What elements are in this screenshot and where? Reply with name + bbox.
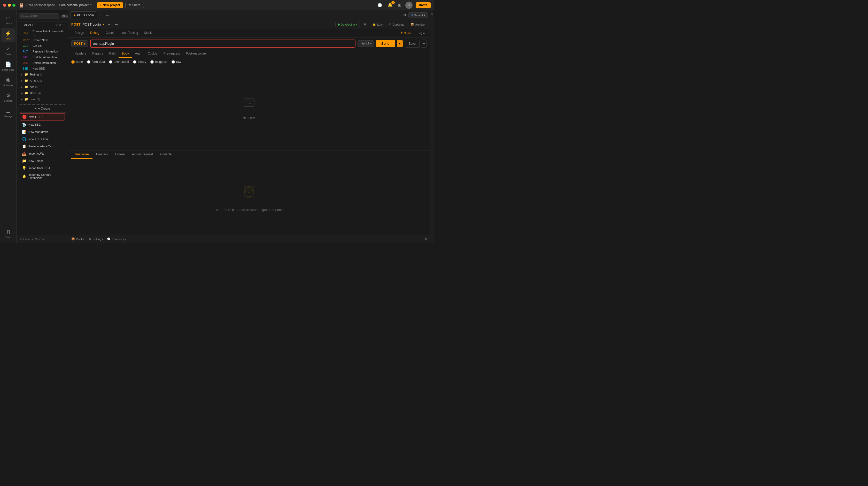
clock-icon[interactable]: 🕐	[376, 2, 383, 8]
sidebar-item-trash[interactable]: 🗑 Trash	[1, 226, 16, 241]
body-tab-auth[interactable]: Auth	[132, 50, 145, 58]
sidebar-item-schemas[interactable]: ◉ Schemas	[1, 75, 16, 89]
nav-item-pat-update[interactable]: PAT Update Information	[17, 54, 68, 60]
radio-none[interactable]: none	[71, 60, 83, 64]
tab-post-login[interactable]: POST Login	[70, 11, 97, 19]
invite-button[interactable]: Invite	[416, 2, 431, 8]
radio-binary[interactable]: binary	[133, 60, 146, 64]
new-sse-menu-item[interactable]: 📡 New SSE	[19, 121, 66, 128]
nav-item-sse[interactable]: SSE New SSE	[17, 66, 68, 72]
cookie-link[interactable]: 🍪 Cookie	[71, 237, 85, 241]
new-folder-menu-item[interactable]: 📁 New Folder	[19, 157, 66, 164]
new-tab-button[interactable]: +	[98, 13, 103, 18]
archive-button[interactable]: 📦 Archive	[408, 22, 427, 27]
nav-item-put-replace[interactable]: PUT Replace Information	[17, 49, 68, 54]
sidebar-item-history[interactable]: ↩ History	[1, 12, 16, 27]
new-project-button[interactable]: + New project	[97, 2, 123, 8]
avatar[interactable]: C	[405, 2, 412, 9]
new-http-menu-item[interactable]: 🔴 New HTTP	[20, 113, 65, 120]
radio-form-data[interactable]: form-data	[87, 60, 105, 64]
nav-item-del-delete[interactable]: DEL Delete Information	[17, 60, 68, 66]
subtab-debug[interactable]: Debug	[87, 29, 102, 37]
split-view-button[interactable]: ⊟	[362, 22, 368, 27]
filter-pill[interactable]: All ▾	[60, 15, 68, 18]
body-tab-params[interactable]: Params	[89, 50, 106, 58]
sidebar-item-tests[interactable]: ✓ Tests	[1, 44, 16, 58]
new-tcp-menu-item[interactable]: 🌐 New TCP Client	[19, 136, 66, 143]
nav-item-get-list[interactable]: GET Get List	[17, 43, 68, 49]
response-tab-headers[interactable]: Headers	[92, 150, 111, 159]
folder-apis[interactable]: ▶ 📁 APIs (10)	[17, 78, 68, 84]
folder-user[interactable]: ▶ 📁 user (7)	[17, 96, 68, 103]
maximize-button[interactable]	[12, 4, 16, 7]
folder-testing[interactable]: ▶ 📁 Testing (2)	[17, 72, 68, 78]
response-tab-response[interactable]: Response	[71, 150, 92, 159]
nav-item-post-creates[interactable]: POST Creates list of users with ...	[17, 28, 68, 37]
expand-button[interactable]: ⊞	[425, 237, 427, 241]
body-tab-pre-request[interactable]: Pre-request	[160, 50, 183, 58]
search-input[interactable]	[19, 13, 59, 19]
radio-urlencoded[interactable]: urlencoded	[109, 60, 129, 64]
url-input[interactable]	[91, 40, 355, 47]
subtab-cases[interactable]: Cases	[102, 29, 118, 37]
create-button[interactable]: + + Create	[19, 105, 66, 113]
settings-tab-button[interactable]: ⚙	[402, 13, 407, 18]
share-header-button[interactable]: ⬆ Share	[125, 2, 144, 8]
all-api-section[interactable]: ⊞ All API ⚙ ↺ ⋯	[17, 22, 68, 28]
response-tab-console[interactable]: Console	[157, 150, 175, 159]
community-link[interactable]: 💬 Community	[107, 237, 126, 241]
env-selector[interactable]: Developing ▾	[335, 22, 360, 27]
body-tab-path[interactable]: Path	[106, 50, 119, 58]
sidebar-item-manage[interactable]: ☰ Manage	[1, 106, 16, 120]
close-button[interactable]	[3, 4, 6, 7]
sidebar-item-apis[interactable]: ⚡ APIs	[1, 28, 16, 42]
more-options-button[interactable]: •••	[114, 23, 119, 26]
duplicate-button[interactable]: ⧉ Duplicate	[387, 22, 406, 27]
response-tab-actual-request[interactable]: Actual Request	[128, 150, 157, 159]
send-dropdown-button[interactable]: ▾	[397, 40, 403, 47]
sidebar-item-share-docs[interactable]: 📄 Share Docs	[1, 59, 16, 74]
tab-nav-forward-button[interactable]: ›	[400, 13, 401, 17]
notification-bell-button[interactable]: 🔔 3	[386, 2, 394, 8]
default-badge[interactable]: D Default ▾	[408, 12, 428, 18]
share-button[interactable]: ⬆ Share	[399, 31, 413, 36]
import-curl-menu-item[interactable]: 📥 Import cURL	[19, 150, 66, 157]
sidebar-item-settings[interactable]: ⚙ Settings	[1, 90, 16, 105]
lock-button[interactable]: 🔒 Lock	[370, 22, 385, 27]
import-chrome-menu-item[interactable]: 🌟 Import by Chrome Extensions	[19, 172, 66, 181]
subtab-design[interactable]: Design	[71, 29, 87, 37]
minimize-button[interactable]	[8, 4, 11, 7]
more-tabs-button[interactable]: •••	[105, 13, 111, 17]
save-button[interactable]: Save	[405, 40, 420, 48]
nav-item-post-create-new[interactable]: POST Create New	[17, 37, 68, 43]
chevron-down-icon[interactable]: ▾	[90, 3, 92, 7]
radio-raw[interactable]: raw	[172, 60, 181, 64]
section-action-more[interactable]: ⋯	[62, 23, 65, 27]
body-tab-headers[interactable]: Headers	[71, 50, 89, 58]
project-name[interactable]: Cora personal project	[59, 3, 89, 7]
save-dropdown-button[interactable]: ▾	[422, 39, 427, 48]
protocol-select[interactable]: http/1.1 ▾	[358, 40, 374, 47]
subtab-mock[interactable]: Mock	[141, 29, 155, 37]
collapse-sidebar-button[interactable]: ◁ Collapse Sidebar	[17, 235, 68, 243]
import-idea-menu-item[interactable]: 💡 Import from IDEA	[19, 164, 66, 172]
add-tab-button[interactable]: +	[106, 22, 112, 27]
body-tab-body[interactable]: Body	[119, 50, 132, 58]
folder-pet[interactable]: ▶ 📁 pet (9)	[17, 84, 68, 90]
response-tab-cookie[interactable]: Cookie	[111, 150, 128, 159]
tab-nav-back-button[interactable]: ‹	[398, 13, 399, 17]
body-tab-post-response[interactable]: Post-response	[183, 50, 209, 58]
send-button[interactable]: Send	[376, 40, 395, 47]
subtab-load-testing[interactable]: Load Testing	[118, 29, 141, 37]
new-markdown-menu-item[interactable]: 📝 New Markdown	[19, 128, 66, 136]
right-sidebar-icon[interactable]: ⊟	[431, 12, 433, 16]
method-select[interactable]: POST ▾	[71, 40, 88, 47]
login-button[interactable]: Login	[416, 31, 427, 35]
body-tab-cookie[interactable]: Cookie	[145, 50, 160, 58]
section-action-refresh[interactable]: ↺	[59, 23, 61, 27]
section-action-settings[interactable]: ⚙	[55, 23, 58, 27]
paste-interface-menu-item[interactable]: 📋 Paste Interface/Text	[19, 143, 66, 150]
layout-button[interactable]: ⊞	[397, 2, 402, 8]
radio-msgpack[interactable]: msgpack	[150, 60, 167, 64]
folder-store[interactable]: ▶ 📁 store (4)	[17, 90, 68, 96]
